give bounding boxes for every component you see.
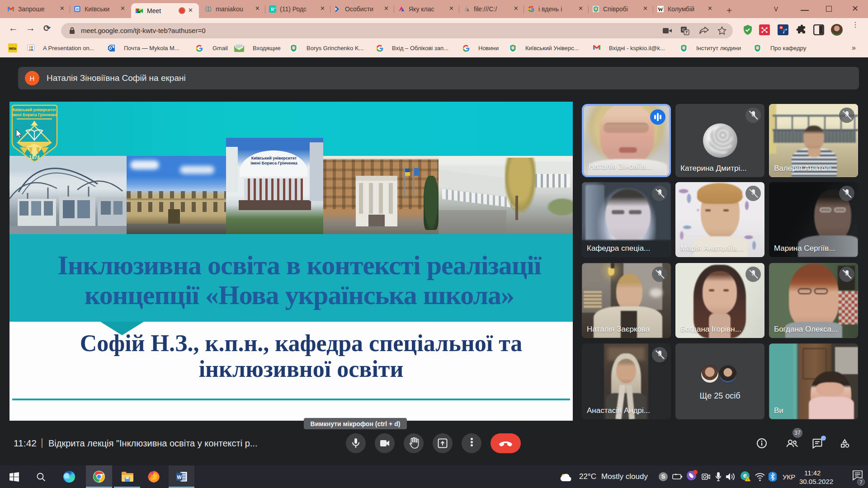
- svg-text:!: !: [747, 478, 749, 482]
- svg-text:імені Бориса Грінченка: імені Бориса Грінченка: [12, 113, 57, 117]
- svg-text:W: W: [658, 6, 663, 13]
- svg-text:1874: 1874: [29, 155, 40, 160]
- svg-text:Київський університет: Київський університет: [13, 108, 56, 112]
- svg-text:30: 30: [75, 8, 79, 11]
- svg-text:IMDb: IMDb: [9, 47, 16, 50]
- svg-text:G: G: [274, 7, 276, 9]
- svg-text:W: W: [177, 474, 182, 480]
